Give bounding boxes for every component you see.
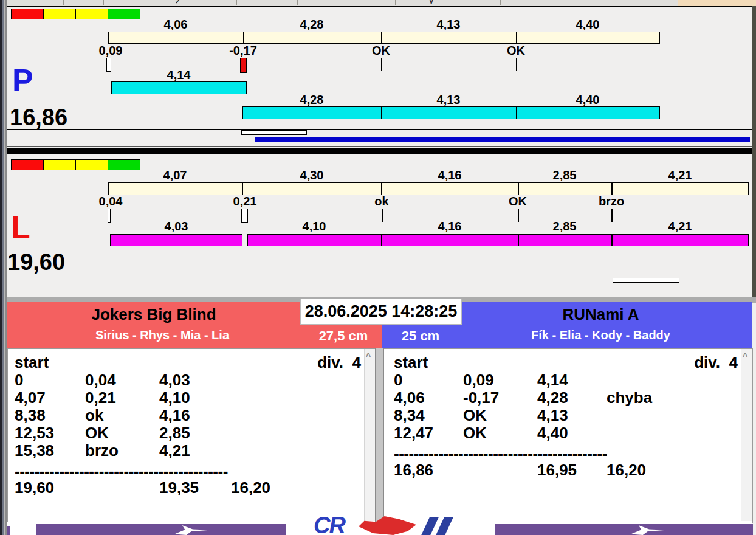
l-split-bar bbox=[247, 234, 749, 246]
change-time-label: OK bbox=[354, 44, 408, 57]
split-time-label: 4,06 bbox=[148, 18, 203, 30]
bar-divider bbox=[516, 106, 517, 119]
bar-divider bbox=[611, 234, 613, 246]
lane-letter-p: P bbox=[12, 64, 33, 96]
window-right-edge bbox=[752, 6, 756, 297]
mark-tick bbox=[611, 209, 613, 222]
team-name-left: Jokers Big Blind bbox=[7, 305, 300, 324]
scrollbar-right-table[interactable] bbox=[741, 349, 752, 521]
window-left-edge bbox=[0, 0, 7, 535]
toolbar-separator bbox=[103, 0, 104, 5]
team-name-right: RUNami A bbox=[450, 305, 752, 324]
footer-banner-right bbox=[495, 524, 753, 535]
change-time-label: 0,09 bbox=[83, 44, 138, 57]
change-time-label: brzo bbox=[584, 195, 639, 207]
status-square bbox=[108, 159, 140, 170]
status-square bbox=[43, 159, 76, 170]
bar-divider bbox=[381, 32, 382, 44]
mark-tick bbox=[518, 209, 519, 222]
divider bbox=[7, 6, 756, 7]
bar-divider bbox=[242, 182, 243, 195]
lane-total-time-p: 16,86 bbox=[10, 106, 67, 129]
change-time-label: -0,17 bbox=[216, 44, 270, 57]
scrollbar-left-table[interactable] bbox=[364, 349, 375, 521]
mark-box-white bbox=[241, 209, 248, 223]
status-square bbox=[108, 9, 140, 19]
toolbar-separator bbox=[500, 0, 501, 5]
results-table-left[interactable] bbox=[7, 348, 376, 523]
split-time-label: 4,21 bbox=[653, 220, 707, 232]
split-time-label: 4,13 bbox=[421, 94, 476, 106]
split-time-label: 4,30 bbox=[284, 169, 339, 181]
split-time-label: 4,14 bbox=[151, 69, 206, 81]
bar-divider bbox=[611, 182, 613, 195]
status-square bbox=[11, 159, 44, 170]
split-time-label: 4,07 bbox=[148, 169, 202, 181]
split-time-label: 4,13 bbox=[421, 18, 476, 30]
change-time-label: ok bbox=[354, 195, 409, 207]
p-split-bar bbox=[242, 106, 660, 119]
team-dogs-left: Sirius - Rhys - Mia - Lia bbox=[7, 328, 317, 342]
status-square bbox=[75, 9, 108, 19]
table-divider bbox=[375, 348, 384, 524]
lane-total-time-l: 19,60 bbox=[7, 250, 65, 274]
panel-p-progress-strip bbox=[7, 129, 752, 147]
mark-box-red bbox=[240, 58, 247, 73]
bar-divider bbox=[381, 106, 382, 119]
timing-app-window: ✓ ∨ P 16,86 L 19,60 Jokers Big Blind Sir… bbox=[0, 0, 756, 535]
results-table-right[interactable] bbox=[383, 348, 753, 523]
mark-box-white bbox=[108, 209, 111, 223]
toolbar-separator bbox=[395, 0, 396, 5]
toolbar-separator bbox=[170, 0, 170, 5]
split-time-label: 2,85 bbox=[537, 169, 592, 181]
side-panel bbox=[678, 0, 756, 6]
bar-divider bbox=[381, 234, 382, 246]
split-time-label: 4,16 bbox=[422, 220, 477, 232]
split-time-label: 4,10 bbox=[287, 220, 342, 232]
scroll-up-icon[interactable]: ^ bbox=[743, 353, 747, 359]
toolbar-separator bbox=[541, 0, 541, 5]
change-time-label: OK bbox=[490, 195, 545, 207]
lane-letter-l: L bbox=[11, 212, 30, 243]
footer-banner-left bbox=[36, 524, 286, 535]
p-split-bar bbox=[111, 81, 247, 94]
split-time-label: 4,28 bbox=[284, 18, 339, 30]
split-time-label: 2,85 bbox=[537, 220, 592, 232]
status-square bbox=[11, 9, 44, 19]
team-dogs-right: Fík - Elia - Kody - Baddy bbox=[450, 328, 752, 342]
mark-box-white bbox=[106, 58, 111, 72]
toolbar-separator bbox=[351, 0, 351, 5]
mark-tick bbox=[381, 58, 382, 71]
split-time-label: 4,40 bbox=[560, 94, 615, 106]
status-square bbox=[43, 9, 76, 19]
mark-tick bbox=[516, 58, 517, 71]
split-time-label: 4,28 bbox=[284, 94, 339, 106]
panel-divider bbox=[7, 148, 752, 154]
split-time-label: 4,03 bbox=[149, 220, 204, 232]
panel-l-strip-line bbox=[7, 277, 752, 277]
chevron-down-icon[interactable]: ∨ bbox=[429, 0, 433, 5]
indicator-box bbox=[613, 278, 679, 283]
toolbar-separator bbox=[297, 0, 298, 5]
l-split-bar bbox=[108, 182, 749, 195]
bar-divider bbox=[518, 182, 519, 195]
toolbar-separator bbox=[236, 0, 237, 5]
cr-logo-text: CR bbox=[314, 514, 345, 535]
datetime-display: 28.06.2025 14:28:25 bbox=[300, 299, 462, 325]
bar-divider bbox=[243, 32, 244, 44]
bar-divider bbox=[516, 32, 517, 44]
check-icon[interactable]: ✓ bbox=[175, 0, 180, 5]
toolbar-separator bbox=[63, 0, 64, 5]
mark-tick bbox=[382, 209, 383, 222]
toolbar-separator bbox=[448, 0, 448, 5]
split-time-label: 4,21 bbox=[653, 169, 707, 181]
p-split-bar bbox=[108, 32, 660, 44]
status-square bbox=[75, 159, 108, 170]
l-split-bar bbox=[110, 234, 242, 246]
scroll-up-icon[interactable]: ^ bbox=[366, 353, 371, 359]
change-time-label: 0,21 bbox=[218, 195, 272, 207]
split-time-label: 4,40 bbox=[560, 18, 615, 30]
bar-divider bbox=[381, 182, 382, 195]
bar-divider bbox=[518, 234, 519, 246]
change-time-label: OK bbox=[489, 44, 543, 57]
